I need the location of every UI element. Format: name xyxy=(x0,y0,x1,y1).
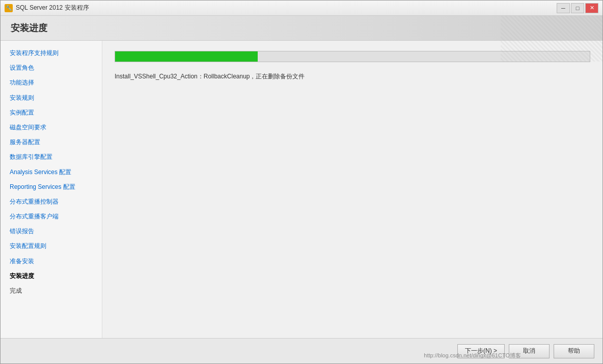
sidebar-item[interactable]: 安装程序支持规则 xyxy=(1,46,102,61)
sidebar-item[interactable]: 服务器配置 xyxy=(1,135,102,150)
sidebar-item[interactable]: Analysis Services 配置 xyxy=(1,165,102,180)
main-window: 🔧 SQL Server 2012 安装程序 ─ □ ✕ 安装进度 安装程序支持… xyxy=(0,0,603,364)
page-title: 安装进度 xyxy=(11,22,592,34)
maximize-button[interactable]: □ xyxy=(571,3,584,13)
status-text: Install_VSShell_Cpu32_Action：RollbackCle… xyxy=(115,72,590,81)
progress-bar-container xyxy=(115,51,590,62)
sidebar-item[interactable]: 安装配置规则 xyxy=(1,239,102,254)
title-bar-left: 🔧 SQL Server 2012 安装程序 xyxy=(5,4,89,12)
window-controls: ─ □ ✕ xyxy=(557,3,598,13)
watermark: http://blog.csdn.net/dingx@61CTO博客 xyxy=(424,352,521,359)
sidebar-item[interactable]: Reporting Services 配置 xyxy=(1,180,102,194)
content-area: Install_VSShell_Cpu32_Action：RollbackCle… xyxy=(102,41,602,338)
sidebar-item[interactable]: 磁盘空间要求 xyxy=(1,120,102,135)
sidebar-item[interactable]: 实例配置 xyxy=(1,105,102,120)
main-content: 安装程序支持规则设置角色功能选择安装规则实例配置磁盘空间要求服务器配置数据库引擎… xyxy=(1,41,602,338)
sidebar-item[interactable]: 功能选择 xyxy=(1,75,102,90)
window-title: SQL Server 2012 安装程序 xyxy=(16,4,89,12)
close-button[interactable]: ✕ xyxy=(585,3,598,13)
sidebar: 安装程序支持规则设置角色功能选择安装规则实例配置磁盘空间要求服务器配置数据库引擎… xyxy=(1,41,102,338)
sidebar-item: 安装进度 xyxy=(1,269,102,284)
sidebar-item[interactable]: 准备安装 xyxy=(1,254,102,269)
sidebar-item[interactable]: 分布式重播控制器 xyxy=(1,194,102,209)
progress-bar-fill xyxy=(115,51,258,62)
title-bar: 🔧 SQL Server 2012 安装程序 ─ □ ✕ xyxy=(1,1,602,16)
sidebar-item: 完成 xyxy=(1,284,102,298)
sidebar-item[interactable]: 设置角色 xyxy=(1,61,102,75)
sidebar-item[interactable]: 分布式重播客户端 xyxy=(1,209,102,224)
help-button[interactable]: 帮助 xyxy=(554,344,594,358)
sidebar-item[interactable]: 错误报告 xyxy=(1,224,102,239)
header-bar: 安装进度 xyxy=(1,16,602,41)
sidebar-item[interactable]: 安装规则 xyxy=(1,91,102,105)
footer: http://blog.csdn.net/dingx@61CTO博客 下一步(N… xyxy=(1,338,602,363)
minimize-button[interactable]: ─ xyxy=(557,3,570,13)
sidebar-item[interactable]: 数据库引擎配置 xyxy=(1,150,102,164)
app-icon: 🔧 xyxy=(5,4,13,12)
